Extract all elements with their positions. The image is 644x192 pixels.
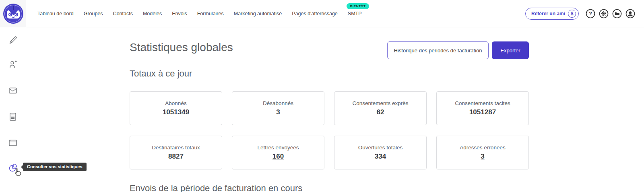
nav-smtp-label: SMTP <box>348 11 362 17</box>
refer-friend-label: Référer un ami <box>531 11 565 17</box>
stat-label: Ouvertures totales <box>358 145 402 151</box>
owl-robot-logo-icon <box>3 3 24 24</box>
stat-value-link[interactable]: 1051349 <box>163 108 189 116</box>
stat-value: 8827 <box>168 153 184 161</box>
stat-label: Destinataires totaux <box>152 145 200 151</box>
stat-card-consentements-tacites: Consentements tacites 1051287 <box>436 91 529 125</box>
stat-value-link[interactable]: 62 <box>377 108 384 116</box>
stat-card-adresses-erronees: Adresses erronées 3 <box>436 136 529 169</box>
main-nav: Tableau de bord Groupes Contacts Modèles… <box>37 0 362 27</box>
refer-friend-button[interactable]: Référer un ami $ <box>525 8 579 20</box>
statistics-tooltip: Consulter vos statistiques <box>23 163 87 171</box>
statistics-page: Tableau de bord Groupes Contacts Modèles… <box>0 0 644 192</box>
stat-value-link[interactable]: 3 <box>481 153 484 161</box>
export-button[interactable]: Exporter <box>492 41 529 59</box>
settings-icon[interactable] <box>599 9 609 19</box>
header-actions: Référer un ami $ ? <box>525 0 635 27</box>
dollar-icon: $ <box>568 10 576 18</box>
stat-card-consentements-expres: Consentements exprès 62 <box>334 91 427 125</box>
app-logo[interactable] <box>0 0 26 27</box>
nav-envois[interactable]: Envois <box>172 11 187 17</box>
nav-contacts[interactable]: Contacts <box>113 11 133 17</box>
templates-document-icon[interactable] <box>8 112 18 122</box>
stat-card-desabonnes: Désabonnés 3 <box>232 91 324 125</box>
stat-card-lettres-envoyees: Lettres envoyées 160 <box>232 136 324 169</box>
svg-text:?: ? <box>589 11 592 17</box>
nav-modeles[interactable]: Modèles <box>143 11 162 17</box>
stat-label: Abonnés <box>165 100 186 106</box>
stat-value-link[interactable]: 3 <box>276 108 280 116</box>
stat-value-link[interactable]: 1051287 <box>469 108 496 116</box>
stat-label: Lettres envoyées <box>258 145 299 151</box>
current-period-section-title: Envois de la période de facturation en c… <box>130 183 302 192</box>
design-brush-icon[interactable] <box>8 35 18 45</box>
mailing-envelope-icon[interactable] <box>8 86 18 95</box>
billing-history-button[interactable]: Historique des périodes de facturation <box>387 41 489 59</box>
stats-cards-grid: Abonnés 1051349 Désabonnés 3 Consentemen… <box>130 91 529 169</box>
stat-value-link[interactable]: 160 <box>272 153 284 161</box>
hand-cursor <box>13 167 22 177</box>
stat-value: 334 <box>375 153 386 161</box>
nav-smtp[interactable]: BIENTÔT SMTP <box>348 11 362 17</box>
stat-label: Consentements tacites <box>455 100 510 106</box>
totals-section-title: Totaux à ce jour <box>130 68 192 79</box>
nav-pages-atterrissage[interactable]: Pages d'atterrissage <box>292 11 338 17</box>
stat-label: Adresses erronées <box>460 145 505 151</box>
nav-tableau-de-bord[interactable]: Tableau de bord <box>37 11 74 17</box>
stat-card-ouvertures-totales: Ouvertures totales 334 <box>334 136 427 169</box>
page-title: Statistiques globales <box>130 41 233 54</box>
folder-icon[interactable] <box>612 9 622 19</box>
stat-label: Consentements exprès <box>353 100 409 106</box>
stat-label: Désabonnés <box>263 100 293 106</box>
nav-groupes[interactable]: Groupes <box>84 11 103 17</box>
stat-card-abonnes: Abonnés 1051349 <box>130 91 222 125</box>
landing-window-icon[interactable] <box>8 138 18 148</box>
add-contact-icon[interactable] <box>8 60 18 69</box>
nav-marketing-automatise[interactable]: Marketing automatisé <box>234 11 282 17</box>
help-icon[interactable]: ? <box>586 9 595 19</box>
account-icon[interactable] <box>625 9 635 19</box>
soon-badge: BIENTÔT <box>347 3 369 9</box>
nav-formulaires[interactable]: Formulaires <box>197 11 224 17</box>
top-navigation-bar: Tableau de bord Groupes Contacts Modèles… <box>0 0 644 27</box>
stat-card-destinataires-totaux: Destinataires totaux 8827 <box>130 136 222 169</box>
